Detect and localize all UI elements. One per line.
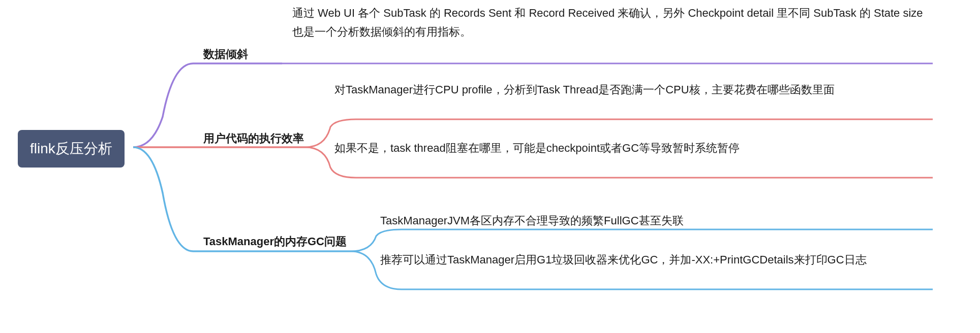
branch-label-text: 用户代码的执行效率 bbox=[203, 132, 304, 145]
leaf-g1gc: 推荐可以通过TaskManager启用G1垃圾回收器来优化GC，并加-XX:+P… bbox=[380, 250, 934, 269]
branch-data-skew[interactable]: 数据倾斜 bbox=[203, 47, 248, 62]
root-title: flink反压分析 bbox=[30, 141, 112, 156]
leaf-cpu-profile: 对TaskManager进行CPU profile，分析到Task Thread… bbox=[334, 80, 934, 99]
branch-label-text: 数据倾斜 bbox=[203, 48, 248, 60]
branch-label-text: TaskManager的内存GC问题 bbox=[203, 235, 347, 248]
branch-user-code-efficiency[interactable]: 用户代码的执行效率 bbox=[203, 131, 304, 146]
leaf-data-skew-detail: 通过 Web UI 各个 SubTask 的 Records Sent 和 Re… bbox=[292, 4, 933, 42]
mindmap-connectors bbox=[0, 0, 980, 333]
leaf-fullgc: TaskManagerJVM各区内存不合理导致的频繁FullGC甚至失联 bbox=[380, 211, 934, 230]
branch-taskmanager-gc[interactable]: TaskManager的内存GC问题 bbox=[203, 234, 347, 249]
leaf-thread-block: 如果不是，task thread阻塞在哪里，可能是checkpoint或者GC等… bbox=[334, 139, 934, 157]
root-node[interactable]: flink反压分析 bbox=[18, 130, 125, 168]
